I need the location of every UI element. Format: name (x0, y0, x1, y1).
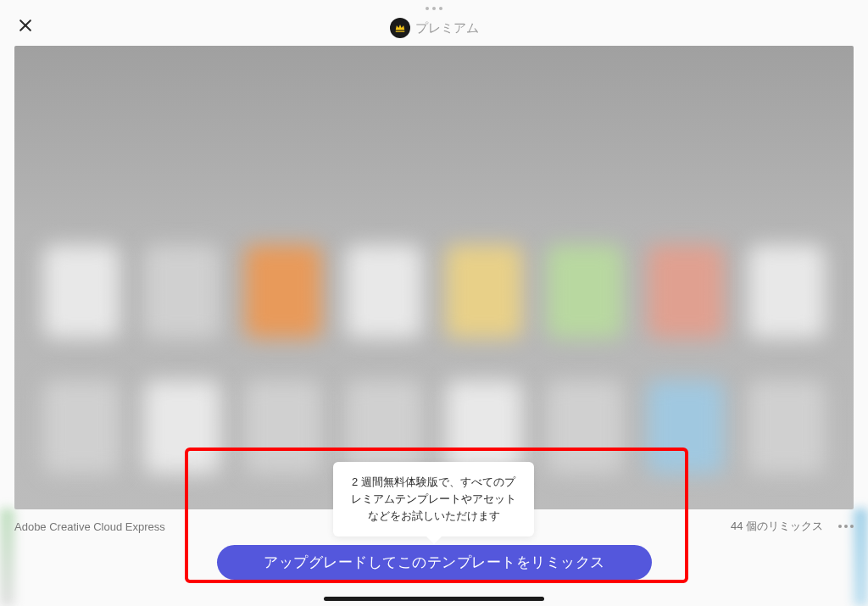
tooltip-text: 2 週間無料体験版で、すべてのプレミアムテンプレートやアセットなどをお試しいただ… (351, 475, 516, 522)
close-button[interactable] (17, 17, 34, 34)
upgrade-button[interactable]: アップグレードしてこのテンプレートをリミックス (217, 545, 652, 580)
crown-badge-circle (390, 18, 410, 38)
blurred-template-row (14, 245, 854, 338)
background-blur-left (0, 509, 14, 606)
upgrade-tooltip: 2 週間無料体験版で、すべてのプレミアムテンプレートやアセットなどをお試しいただ… (333, 462, 534, 537)
upgrade-button-label: アップグレードしてこのテンプレートをリミックス (264, 553, 605, 572)
more-options-button[interactable] (838, 525, 854, 528)
app-name-label: Adobe Creative Cloud Express (14, 520, 165, 533)
home-indicator[interactable] (324, 597, 544, 601)
remix-count-label: 44 個のリミックス (731, 519, 823, 534)
premium-label: プレミアム (415, 20, 479, 36)
crown-icon (394, 22, 406, 34)
blurred-template-row (14, 381, 854, 474)
header-drag-indicator (426, 7, 442, 10)
close-icon (17, 17, 34, 34)
modal-header: プレミアム (0, 0, 868, 46)
premium-badge: プレミアム (390, 18, 479, 38)
template-preview-area[interactable] (14, 46, 854, 509)
background-blur-right (854, 509, 868, 606)
more-icon (838, 525, 842, 528)
